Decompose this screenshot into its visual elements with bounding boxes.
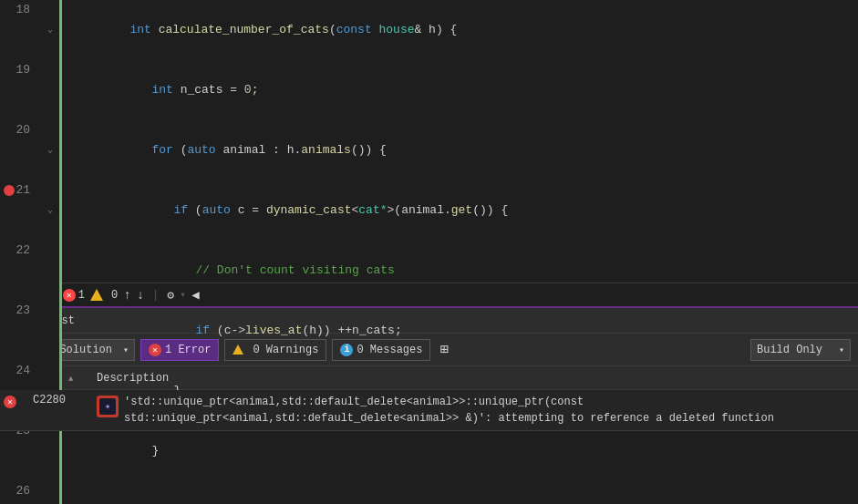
code-token: ()) { (472, 203, 508, 217)
line-number-26: 26 (0, 481, 41, 504)
code-token: if (173, 203, 188, 217)
code-token: if (195, 324, 210, 337)
code-token: ()) { (351, 143, 387, 157)
change-indicator-20 (59, 120, 62, 180)
breakpoint-21[interactable] (4, 185, 15, 196)
code-line-19: 19 int n_cats = 0; (0, 60, 858, 120)
copilot-icon[interactable]: ✦ (97, 396, 119, 417)
code-token: = (230, 83, 237, 97)
change-indicator-23 (59, 301, 62, 361)
error-desc-cell: ✦ 'std::unique_ptr<animal,std::default_d… (93, 394, 854, 427)
error-row-icon: ✕ (4, 396, 16, 408)
line-number-21: 21 (0, 180, 41, 241)
gutter-26 (41, 481, 59, 504)
code-token: } (151, 444, 159, 458)
error-row-0[interactable]: ✕ C2280 ✦ 'std::unique_ptr<animal,std::d… (0, 390, 858, 431)
code-token: animal : h. (216, 143, 302, 157)
code-token: ; (252, 83, 259, 97)
code-token: // Don't count visiting cats (195, 263, 394, 277)
code-token: lives_at (245, 324, 302, 337)
error-code-cell: C2280 (29, 394, 93, 406)
line-number-22: 22 (0, 241, 41, 301)
gutter-22 (41, 241, 59, 301)
code-token: (c-> (210, 324, 245, 337)
code-token: n_cats (173, 83, 230, 97)
code-token: (h)) ++n_cats; (302, 324, 401, 337)
code-line-23: 23 if (c->lives_at(h)) ++n_cats; (0, 301, 858, 361)
line-content-22: // Don't count visiting cats (64, 241, 858, 301)
gutter-23 (41, 301, 59, 361)
copilot-icon-inner: ✦ (99, 398, 116, 415)
code-token: cat* (358, 203, 387, 217)
code-token: 0 (237, 83, 252, 97)
error-description-text: 'std::unique_ptr<animal,std::default_del… (124, 394, 774, 427)
error-row-icon-col: ✕ (4, 394, 29, 408)
gutter-20: ⌄ (41, 120, 59, 180)
code-token: dynamic_cast (266, 203, 352, 217)
change-indicator-21 (59, 180, 62, 241)
collapse-icon-18[interactable]: ⌄ (47, 20, 53, 40)
line-number-23: 23 (0, 301, 41, 361)
code-editor: 18 ⌄ int calculate_number_of_cats(const … (0, 0, 858, 283)
change-indicator-18 (59, 0, 62, 60)
collapse-icon-21[interactable]: ⌄ (47, 201, 53, 221)
code-token: for (151, 143, 172, 157)
code-token: c = (231, 203, 266, 217)
code-token: ( (329, 23, 336, 36)
code-token: int (129, 23, 158, 36)
line-content-20: for (auto animal : h.animals()) { (64, 120, 858, 180)
code-token: (animal. (394, 203, 450, 217)
code-token: & h) { (415, 23, 458, 36)
line-content-18: int calculate_number_of_cats(const house… (64, 0, 858, 60)
warning-icon-status (90, 289, 103, 301)
line-content-23: if (c->lives_at(h)) ++n_cats; (64, 301, 858, 361)
code-token: const (336, 23, 372, 36)
code-token: int (151, 83, 172, 97)
gutter-19 (41, 60, 59, 120)
code-line-20: 20 ⌄ for (auto animal : h.animals()) { (0, 120, 858, 180)
line-number-18: 18 (0, 0, 41, 60)
line-number-19: 19 (0, 60, 41, 120)
code-line-26: 26 return n_cats; (0, 481, 858, 504)
code-token: ( (173, 143, 188, 157)
code-token: calculate_number_of_cats (159, 23, 329, 36)
change-indicator-26 (59, 481, 62, 504)
code-token: auto (187, 143, 215, 157)
code-line-18: 18 ⌄ int calculate_number_of_cats(const … (0, 0, 858, 60)
line-content-21: if (auto c = dynamic_cast<cat*>(animal.g… (64, 180, 858, 241)
gutter-21: ⌄ (41, 180, 59, 241)
gutter-18: ⌄ (41, 0, 59, 60)
collapse-icon-20[interactable]: ⌄ (47, 140, 53, 160)
code-line-22: 22 // Don't count visiting cats (0, 241, 858, 301)
code-token: animals (301, 143, 351, 157)
line-number-20: 20 (0, 120, 41, 180)
code-line-21: 21 ⌄ if (auto c = dynamic_cast<cat*>(ani… (0, 180, 858, 241)
code-token: house (372, 23, 415, 36)
change-indicator-22 (59, 241, 62, 301)
line-content-19: int n_cats = 0; (64, 60, 858, 120)
code-token: get (451, 203, 472, 217)
code-token: auto (202, 203, 231, 217)
change-indicator-19 (59, 60, 62, 120)
line-content-26: return n_cats; (64, 481, 858, 504)
code-token: ( (188, 203, 202, 217)
